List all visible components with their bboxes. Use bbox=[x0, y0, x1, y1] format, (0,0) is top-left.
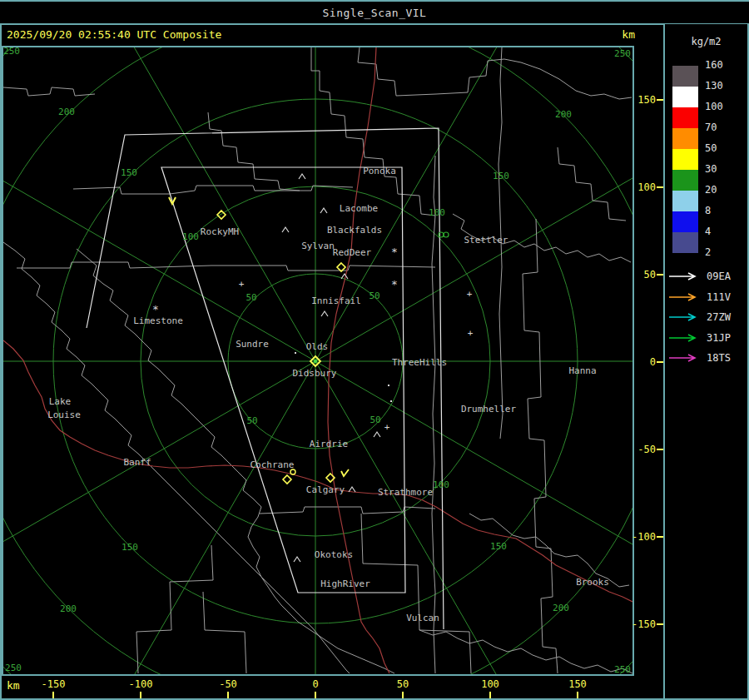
town-caret-marker bbox=[282, 227, 289, 232]
scan-timestamp: 2025/09/20 02:55:40 UTC Composite bbox=[7, 28, 221, 41]
city-label: Didsbury bbox=[293, 368, 337, 379]
city-label: ThreeHills bbox=[392, 357, 447, 368]
plus-marker: + bbox=[384, 422, 390, 433]
right-axis-unit: km bbox=[622, 28, 635, 41]
city-label: HighRiver bbox=[320, 578, 370, 589]
right-axis-label: 0 bbox=[650, 356, 656, 368]
window-title: Single_Scan_VIL bbox=[323, 7, 427, 19]
scale-value-label: 8 bbox=[705, 205, 711, 216]
plus-marker: + bbox=[239, 279, 245, 290]
boundary-line bbox=[3, 242, 350, 673]
scale-swatch bbox=[672, 211, 698, 232]
city-label: Airdrie bbox=[310, 439, 348, 449]
site-legend-row: 27ZW bbox=[668, 311, 747, 323]
title-bar: Single_Scan_VIL bbox=[0, 0, 749, 25]
yellow-check-marker bbox=[341, 469, 349, 476]
scale-value-label: 160 bbox=[705, 59, 723, 71]
frame-left bbox=[0, 24, 2, 700]
town-caret-marker bbox=[321, 311, 328, 316]
ring-distance-label: 250 bbox=[3, 47, 20, 57]
scale-value-label: 4 bbox=[705, 226, 711, 237]
site-arrow-icon bbox=[668, 333, 700, 343]
ring-distance-label: 200 bbox=[58, 107, 75, 117]
city-label: RockyMH bbox=[201, 226, 239, 237]
asterisk-marker: * bbox=[152, 303, 159, 315]
city-label: Lake bbox=[49, 396, 72, 407]
scale-value-label: 30 bbox=[705, 163, 717, 175]
storm-marker-diamond bbox=[283, 475, 291, 484]
boundary-line bbox=[203, 592, 246, 673]
site-legend-row: 31JP bbox=[668, 332, 747, 344]
radial-line bbox=[3, 47, 315, 361]
city-label: Okotoks bbox=[315, 549, 353, 560]
bottom-axis-unit: km bbox=[7, 679, 20, 692]
asterisk-marker: * bbox=[391, 246, 398, 258]
legend-panel: kg/m2 1601301007050302084209EA111V27ZW31… bbox=[665, 24, 747, 700]
site-arrow-icon bbox=[668, 292, 700, 302]
ring-distance-label: 100 bbox=[182, 231, 199, 242]
ring-distance-label: 50 bbox=[246, 415, 257, 426]
boundary-line bbox=[208, 112, 300, 191]
scale-swatch bbox=[672, 191, 698, 211]
site-legend-row: 111V bbox=[668, 291, 747, 303]
scale-swatch bbox=[672, 66, 698, 87]
scale-swatch bbox=[672, 149, 698, 170]
info-bar: 2025/09/20 02:55:40 UTC Composite km bbox=[0, 25, 663, 45]
ring-distance-label: 250 bbox=[5, 663, 22, 673]
ring-distance-label: 200 bbox=[60, 603, 77, 614]
city-label: Brooks bbox=[576, 577, 609, 588]
boundary-line bbox=[136, 545, 213, 673]
right-axis-label: -150 bbox=[632, 618, 656, 630]
city-label: Banff bbox=[123, 457, 151, 468]
bottom-axis: km -150-100-50050100150 bbox=[0, 676, 663, 700]
radar-center-dot bbox=[314, 360, 317, 363]
scale-swatch bbox=[672, 232, 698, 253]
legend-unit-label: kg/m2 bbox=[665, 36, 747, 47]
radar-map-viewport[interactable]: ***++++505050501001001001501501501502002… bbox=[2, 46, 634, 676]
scale-value-label: 100 bbox=[705, 101, 723, 112]
plus-marker: + bbox=[468, 328, 474, 339]
site-id-label: 09EA bbox=[707, 271, 731, 282]
site-id-label: 31JP bbox=[707, 332, 731, 344]
city-label: Ponoka bbox=[363, 166, 396, 176]
scale-swatch bbox=[672, 170, 698, 191]
city-label: Blackfalds bbox=[327, 225, 382, 236]
town-caret-marker bbox=[299, 174, 305, 179]
site-arrow-icon bbox=[668, 353, 700, 363]
site-circles-marker bbox=[444, 232, 449, 237]
city-label: Sylvan bbox=[301, 241, 335, 251]
boundary-line bbox=[260, 507, 435, 514]
boundary-line bbox=[17, 262, 435, 271]
right-axis-label: 100 bbox=[637, 181, 656, 193]
site-id-label: 111V bbox=[707, 291, 731, 303]
right-axis-label: 150 bbox=[637, 94, 656, 106]
legend-divider bbox=[663, 24, 665, 700]
ring-distance-label: 150 bbox=[121, 167, 137, 178]
right-axis: 150100500-50-100-150 bbox=[634, 46, 663, 676]
ring-distance-label: 250 bbox=[614, 664, 631, 674]
site-arrow-icon bbox=[668, 271, 700, 281]
radial-line bbox=[3, 361, 315, 674]
ring-distance-label: 50 bbox=[369, 290, 379, 301]
ring-distance-label: 250 bbox=[614, 48, 631, 59]
scale-value-label: 70 bbox=[705, 122, 717, 133]
city-label: Innisfail bbox=[311, 295, 361, 306]
city-label: Drumheller bbox=[461, 404, 517, 415]
boundary-line bbox=[3, 87, 95, 96]
radar-viewer-window: Single_Scan_VIL 2025/09/20 02:55:40 UTC … bbox=[0, 0, 749, 700]
bottom-axis-label: -50 bbox=[219, 678, 237, 690]
asterisk-marker: * bbox=[391, 278, 398, 290]
scale-swatch bbox=[672, 87, 698, 107]
bottom-axis-label: 100 bbox=[481, 678, 499, 690]
site-arrow-icon bbox=[668, 312, 700, 322]
dot-marker bbox=[388, 385, 389, 386]
radial-line bbox=[3, 361, 315, 674]
bottom-axis-label: 50 bbox=[397, 678, 409, 690]
ring-distance-label: 150 bbox=[493, 171, 509, 181]
radar-map-canvas[interactable]: ***++++505050501001001001501501501502002… bbox=[3, 47, 632, 674]
bottom-axis-label: -150 bbox=[42, 678, 66, 690]
town-caret-marker bbox=[320, 208, 327, 213]
ring-distance-label: 150 bbox=[490, 541, 507, 552]
ring-distance-label: 50 bbox=[370, 415, 380, 425]
city-label: Cochrane bbox=[250, 459, 295, 470]
